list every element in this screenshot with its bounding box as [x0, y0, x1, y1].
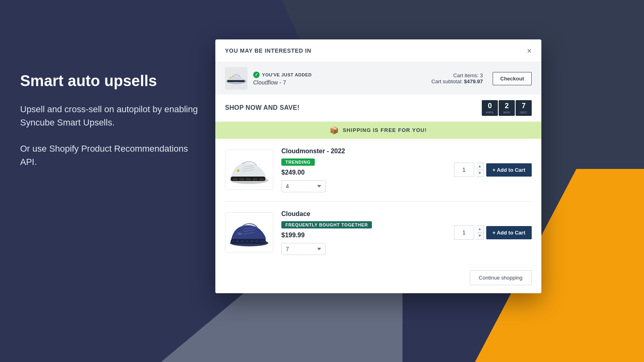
- added-product-name: Cloudflow - 7: [253, 79, 312, 86]
- cart-items-label: Cart items:: [453, 72, 479, 78]
- countdown-seconds-label: SEC: [520, 111, 527, 114]
- product-row-1: Cloudmonster - 2022 TRENDING $249.00 4 5…: [225, 139, 532, 202]
- added-right-section: Cart items: 3 Cart subtotal: $479.97 Che…: [431, 72, 532, 85]
- product-row-2: On Cloudace FREQUENTLY BOUGHT TOGETHER $…: [225, 202, 532, 264]
- countdown-hours-value: 0: [488, 102, 492, 111]
- product-1-quantity-input[interactable]: [454, 162, 474, 177]
- description-paragraph-1: Upsell and cross-sell on autopilot by en…: [20, 103, 205, 129]
- product-1-actions: ▲ ▼ + Add to Cart: [454, 162, 532, 177]
- product-2-image-box: On: [225, 212, 273, 253]
- product-2-qty-down[interactable]: ▼: [477, 233, 483, 240]
- product-2-name: Cloudace: [281, 210, 446, 218]
- product-2-details: Cloudace FREQUENTLY BOUGHT TOGETHER $199…: [281, 210, 446, 255]
- cart-info: Cart items: 3 Cart subtotal: $479.97: [431, 72, 483, 84]
- check-icon: ✓: [253, 72, 260, 78]
- svg-rect-10: [239, 178, 244, 180]
- shipping-icon: 📦: [330, 126, 339, 135]
- added-label: ✓ YOU'VE JUST ADDED: [253, 72, 312, 78]
- svg-point-3: [232, 76, 233, 77]
- product-2-actions: ▲ ▼ + Add to Cart: [454, 225, 532, 240]
- free-shipping-banner: 📦 SHIPPING IS FREE FOR YOU!: [215, 122, 541, 139]
- countdown-hours: 0 HRS: [482, 100, 498, 116]
- product-2-quantity-input[interactable]: [454, 225, 474, 240]
- product-1-qty-up[interactable]: ▲: [477, 163, 483, 170]
- cart-subtotal-line: Cart subtotal: $479.97: [431, 78, 483, 84]
- product-1-image-box: [225, 150, 273, 190]
- cart-subtotal-value: $479.97: [464, 78, 483, 84]
- cart-subtotal-label: Cart subtotal:: [431, 78, 462, 84]
- svg-point-24: [248, 240, 251, 242]
- modal-title: YOU MAY BE INTERESTED IN: [225, 47, 311, 54]
- product-1-details: Cloudmonster - 2022 TRENDING $249.00 4 5…: [281, 148, 446, 192]
- added-left-section: ✓ YOU'VE JUST ADDED Cloudflow - 7: [225, 67, 312, 90]
- close-button[interactable]: ×: [527, 47, 532, 55]
- svg-point-26: [258, 240, 260, 242]
- cloudace-shoe-icon: On: [227, 218, 271, 248]
- product-1-qty-spinners: ▲ ▼: [477, 162, 484, 177]
- added-label-text: YOU'VE JUST ADDED: [262, 72, 312, 77]
- left-panel: Smart auto upsells Upsell and cross-sell…: [20, 72, 205, 169]
- modal-header: YOU MAY BE INTERESTED IN ×: [215, 39, 541, 62]
- svg-point-23: [244, 240, 246, 242]
- countdown-timer: 0 HRS 2 MIN 7 SEC: [482, 100, 532, 116]
- countdown-hours-label: HRS: [486, 111, 494, 114]
- countdown-minutes-value: 2: [505, 102, 509, 111]
- product-2-qty-up[interactable]: ▲: [477, 226, 483, 233]
- svg-point-22: [239, 240, 241, 242]
- shop-now-label: SHOP NOW AND SAVE!: [225, 104, 299, 111]
- added-to-cart-bar: ✓ YOU'VE JUST ADDED Cloudflow - 7 Cart i…: [215, 62, 541, 95]
- countdown-seconds: 7 SEC: [516, 100, 532, 116]
- svg-rect-12: [252, 178, 258, 180]
- continue-shopping-button[interactable]: Continue shopping: [470, 270, 532, 285]
- checkout-button[interactable]: Checkout: [493, 72, 532, 85]
- svg-point-2: [230, 77, 231, 78]
- countdown-minutes: 2 MIN: [499, 100, 515, 116]
- cart-items-line: Cart items: 3: [431, 72, 483, 78]
- main-heading: Smart auto upsells: [20, 72, 205, 90]
- countdown-minutes-label: MIN: [504, 111, 510, 114]
- modal-footer: Continue shopping: [215, 264, 541, 293]
- product-1-size-select[interactable]: 4 5 6 7 8 9 10: [281, 180, 326, 192]
- added-product-info: ✓ YOU'VE JUST ADDED Cloudflow - 7: [253, 72, 312, 86]
- cloudflow-thumbnail: [225, 67, 248, 90]
- shop-now-bar: SHOP NOW AND SAVE! 0 HRS 2 MIN 7 SEC: [215, 95, 541, 122]
- product-1-name: Cloudmonster - 2022: [281, 148, 446, 155]
- shipping-text: SHIPPING IS FREE FOR YOU!: [343, 127, 427, 133]
- svg-rect-1: [227, 80, 245, 82]
- svg-point-21: [234, 240, 236, 242]
- cloudmonster-shoe-icon: [227, 155, 271, 185]
- svg-point-25: [253, 240, 256, 242]
- product-2-add-to-cart-button[interactable]: + Add to Cart: [486, 226, 532, 239]
- svg-rect-9: [233, 178, 238, 180]
- svg-text:On: On: [237, 232, 242, 236]
- product-2-size-select[interactable]: 6 7 8 9 10: [281, 243, 326, 255]
- products-area: Cloudmonster - 2022 TRENDING $249.00 4 5…: [215, 139, 541, 264]
- product-1-qty-down[interactable]: ▼: [477, 170, 483, 177]
- svg-point-14: [237, 169, 239, 172]
- modal: YOU MAY BE INTERESTED IN × ✓: [215, 39, 541, 293]
- countdown-seconds-value: 7: [522, 102, 526, 111]
- product-2-badge: FREQUENTLY BOUGHT TOGETHER: [281, 221, 372, 228]
- product-2-qty-spinners: ▲ ▼: [477, 225, 484, 240]
- product-1-add-to-cart-button[interactable]: + Add to Cart: [486, 163, 532, 177]
- description-paragraph-2: Or use Shopify Product Recommendations A…: [20, 142, 205, 169]
- svg-rect-13: [259, 178, 264, 180]
- product-2-price: $199.99: [281, 232, 446, 239]
- product-1-price: $249.00: [281, 169, 446, 176]
- svg-rect-11: [246, 178, 251, 180]
- cloudflow-shoe-icon: [225, 70, 248, 86]
- cart-items-count: 3: [480, 72, 483, 78]
- product-1-badge: TRENDING: [281, 158, 315, 166]
